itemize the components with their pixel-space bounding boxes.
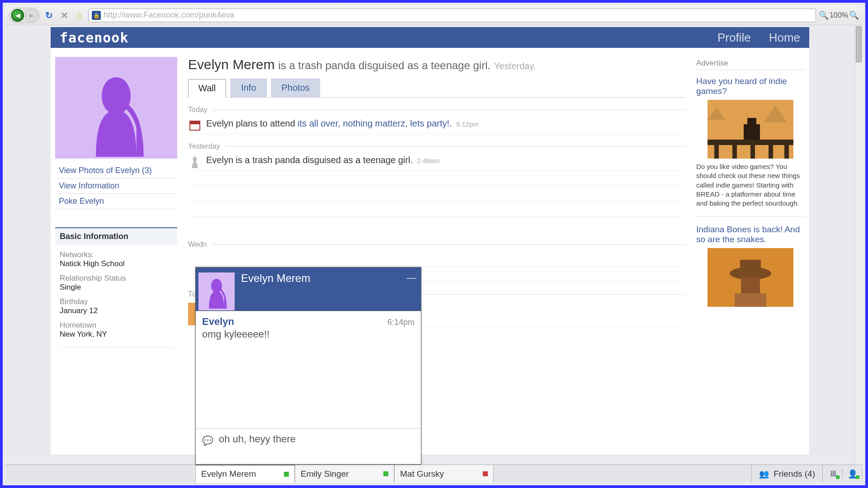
zoom-in-icon[interactable]: 🔍 <box>849 10 859 20</box>
chat-header[interactable]: Evelyn Merem — <box>196 267 421 311</box>
chat-contact-name: Evelyn Merem <box>241 272 400 285</box>
feed-event-link[interactable]: its all over, nothing matterz, lets part… <box>297 118 449 128</box>
zoom-out-icon[interactable]: 🔍 <box>819 10 829 20</box>
back-button[interactable] <box>11 9 24 22</box>
svg-rect-8 <box>784 145 789 159</box>
status-line: Evelyn Merem is a trash panda disguised … <box>188 57 685 76</box>
monitor-icon[interactable]: 🖥 <box>823 469 843 479</box>
chat-tab[interactable]: Evelyn Merem <box>195 465 295 483</box>
tab-wall[interactable]: Wall <box>188 79 226 98</box>
chat-message-time: 6:14pm <box>387 318 415 327</box>
chat-input-area[interactable]: 💬 oh uh, heyy there <box>196 428 421 464</box>
svg-rect-6 <box>750 145 755 159</box>
profile-status-text: is a trash panda disguised as a teenage … <box>278 59 491 71</box>
svg-rect-5 <box>732 145 737 159</box>
status-dot-icon <box>483 471 488 476</box>
ad-image <box>708 248 793 307</box>
nav-profile-link[interactable]: Profile <box>717 31 751 45</box>
ad-title: Have you heard of indie games? <box>696 76 805 96</box>
feed-time: 2:48am <box>417 157 440 164</box>
chat-tab[interactable]: Mat Gursky <box>394 465 494 483</box>
ad-block[interactable]: Indiana Bones is back! And so are the sn… <box>696 225 805 307</box>
page-content: facenook Profile Home View Photos of Eve… <box>5 25 854 465</box>
svg-rect-7 <box>769 145 773 159</box>
poke-link[interactable]: Poke Evelyn <box>55 194 177 209</box>
status-dot-icon <box>284 472 289 477</box>
site-logo[interactable]: facenook <box>60 30 129 46</box>
ad-image <box>708 100 793 159</box>
view-info-link[interactable]: View Information <box>55 178 177 194</box>
ad-title: Indiana Bones is back! And so are the sn… <box>696 225 805 244</box>
chat-tab-name: Evelyn Merem <box>201 469 256 479</box>
relationship-label: Relationship Status <box>60 274 173 283</box>
lock-icon: 🔒 <box>92 11 101 20</box>
stop-icon[interactable]: ✕ <box>58 9 71 22</box>
chat-tab-name: Mat Gursky <box>400 469 444 479</box>
home-icon[interactable]: ⌂ <box>73 9 86 22</box>
svg-rect-9 <box>744 124 760 140</box>
person-add-icon[interactable]: 👤 <box>843 469 863 479</box>
feed-text: Evelyn plans to attend <box>206 118 297 128</box>
feed-time: 5:12pm <box>456 120 479 128</box>
ad-block[interactable]: Have you heard of indie games? <box>696 76 805 208</box>
reload-icon[interactable]: ↻ <box>42 9 55 22</box>
nav-button-group <box>9 8 40 23</box>
zoom-control: 🔍 100% 🔍 <box>819 10 859 20</box>
feed-day-wednesday: Wedn <box>188 240 685 249</box>
calendar-icon <box>188 118 202 132</box>
profile-tabs: Wall Info Photos <box>188 79 685 98</box>
nav-home-link[interactable]: Home <box>769 31 800 45</box>
feed-item <box>188 202 685 217</box>
hometown-value: New York, NY <box>60 330 173 339</box>
friends-tab[interactable]: 👥 Friends (4) <box>752 465 823 483</box>
feed-item: Evelyn is a trash panda disguised as a t… <box>188 153 685 171</box>
site-topbar: facenook Profile Home <box>51 27 809 48</box>
birthday-value: January 12 <box>60 306 173 315</box>
friends-label: Friends (4) <box>774 469 815 479</box>
basic-info-header: Basic Information <box>55 227 177 245</box>
svg-rect-3 <box>708 140 793 145</box>
ads-sidebar: Advertise Have you heard of indie games? <box>696 57 809 455</box>
chat-tab[interactable]: Emily Singer <box>295 465 394 483</box>
feed-day-yesterday: Yesterday <box>188 142 685 150</box>
chat-message-sender: Evelyn <box>202 316 234 328</box>
feed-day-today: Today <box>188 106 685 114</box>
svg-rect-17 <box>735 293 766 307</box>
friends-icon: 👥 <box>759 469 769 479</box>
url-input[interactable] <box>104 10 813 20</box>
networks-value: Natick High School <box>60 259 173 268</box>
networks-label: Networks: <box>60 250 173 259</box>
svg-rect-10 <box>747 118 756 126</box>
chat-message-body: omg kyleeeee!! <box>202 328 415 340</box>
status-dot-icon <box>383 471 388 476</box>
minimize-icon[interactable]: — <box>406 272 416 284</box>
speech-bubble-icon: 💬 <box>202 435 213 446</box>
feed-item <box>188 251 685 267</box>
chat-window: Evelyn Merem — Evelyn 6:14pm omg kyleeee… <box>195 267 421 465</box>
forward-button[interactable] <box>25 9 38 22</box>
ad-body: Do you like video games? You should chec… <box>696 162 805 208</box>
profile-name: Evelyn Merem <box>188 57 275 72</box>
chat-avatar <box>198 272 235 310</box>
chat-messages: Evelyn 6:14pm omg kyleeeee!! <box>196 311 421 428</box>
feed-item <box>188 217 685 232</box>
chat-bar: Evelyn Merem Emily Singer Mat Gursky 👥 F… <box>5 465 863 483</box>
feed-item <box>188 186 685 202</box>
basic-info-block: Networks: Natick High School Relationshi… <box>55 245 177 361</box>
feed-item <box>188 171 685 186</box>
profile-picture[interactable] <box>55 57 177 159</box>
svg-rect-4 <box>714 145 719 159</box>
svg-rect-1 <box>190 121 200 124</box>
chat-input-text[interactable]: oh uh, heyy there <box>219 433 296 445</box>
scrollbar-thumb[interactable] <box>856 26 862 62</box>
vertical-scrollbar[interactable] <box>854 25 863 465</box>
hometown-label: Hometown <box>60 321 173 330</box>
url-bar[interactable]: 🔒 <box>89 9 816 22</box>
view-photos-link[interactable]: View Photos of Evelyn (3) <box>55 163 177 178</box>
svg-rect-15 <box>740 260 761 274</box>
tab-photos[interactable]: Photos <box>271 79 320 97</box>
birthday-label: Birthday <box>60 297 173 306</box>
tab-info[interactable]: Info <box>231 79 266 97</box>
chat-tab-name: Emily Singer <box>301 469 349 479</box>
profile-status-time: Yesterday. <box>494 61 536 71</box>
